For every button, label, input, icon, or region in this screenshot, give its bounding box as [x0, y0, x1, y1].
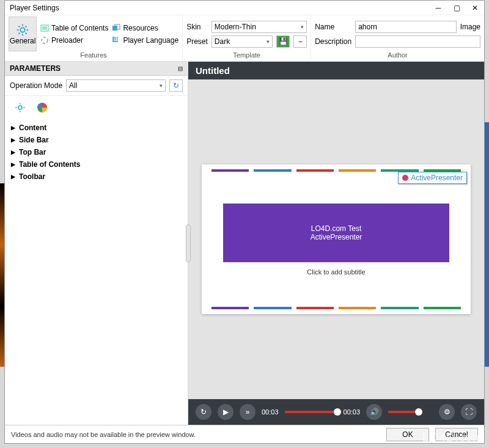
footer-message: Videos and audio may not be available in… [11, 431, 380, 438]
disk-icon: 💾 [279, 37, 288, 46]
spinner-icon [40, 36, 49, 45]
parameters-header: PARAMETERS ⊟ [5, 62, 188, 76]
minus-icon: − [298, 37, 303, 46]
triangle-right-icon: ▶ [11, 125, 15, 131]
close-button[interactable]: ✕ [471, 4, 479, 12]
name-label: Name [315, 23, 351, 31]
skin-select[interactable]: Modern-Thin▾ [211, 21, 307, 33]
name-input[interactable] [355, 21, 456, 33]
preset-select[interactable]: Dark▾ [211, 35, 273, 48]
resources-icon [112, 24, 120, 32]
svg-point-18 [18, 106, 22, 109]
triangle-right-icon: ▶ [11, 137, 15, 143]
list-icon [40, 24, 49, 32]
tree-toolbar[interactable]: ▶Toolbar [11, 171, 182, 183]
volume-button[interactable]: 🔊 [366, 404, 382, 420]
activepresenter-badge: ActivePresenter [398, 172, 467, 184]
fullscreen-button[interactable]: ⛶ [461, 404, 477, 420]
svg-line-6 [26, 32, 27, 34]
triangle-right-icon: ▶ [11, 149, 15, 155]
expand-icon: ⛶ [465, 408, 472, 416]
toc-button[interactable]: Table of Contents [40, 24, 108, 32]
remove-preset-button[interactable]: − [293, 35, 307, 48]
chevron-down-icon: ▾ [267, 39, 270, 45]
operation-mode-label: Operation Mode [10, 81, 62, 90]
split-handle[interactable] [186, 224, 191, 262]
svg-point-13 [42, 37, 48, 43]
tree-sidebar[interactable]: ▶Side Bar [11, 134, 182, 146]
template-group-label: Template [186, 51, 307, 60]
cancel-button[interactable]: Cancel [435, 428, 478, 441]
time-total: 00:03 [344, 408, 361, 416]
player-language-button[interactable]: ab Player Language [112, 36, 178, 45]
badge-dot-icon [402, 175, 408, 181]
save-preset-button[interactable]: 💾 [276, 35, 290, 48]
replay-button[interactable]: ↻ [196, 404, 211, 420]
preset-label: Preset [186, 37, 208, 46]
ribbon: General Table of Contents Preloader [5, 15, 484, 62]
chevron-down-icon: ▾ [160, 83, 163, 89]
svg-line-7 [18, 32, 20, 34]
chevron-down-icon: ▾ [301, 24, 304, 30]
image-label: Image [460, 23, 480, 31]
forward-button[interactable]: » [240, 404, 256, 420]
progress-knob[interactable] [334, 408, 341, 416]
description-input[interactable] [355, 35, 480, 48]
slide-title: LO4D.com Test ActivePresenter [223, 204, 449, 262]
tree-toc[interactable]: ▶Table of Contents [11, 158, 182, 171]
volume-slider[interactable] [388, 411, 419, 413]
titlebar: Player Settings ─ ▢ ✕ [5, 1, 484, 15]
settings-gear-icon[interactable] [15, 102, 26, 113]
svg-text:ab: ab [114, 36, 120, 43]
triangle-right-icon: ▶ [11, 174, 15, 180]
tree-topbar[interactable]: ▶Top Bar [11, 146, 182, 158]
color-wheel-icon[interactable] [37, 102, 48, 113]
dialog-footer: Videos and audio may not be available in… [5, 425, 484, 443]
preview-pane: Untitled ActivePresenter LO4D.com Test A… [188, 62, 484, 425]
player-settings-window: Player Settings ─ ▢ ✕ General Table of C… [4, 0, 485, 444]
author-group-label: Author [315, 51, 480, 60]
fast-forward-icon: » [246, 408, 250, 416]
preview-canvas: ActivePresenter LO4D.com Test ActivePres… [188, 79, 484, 399]
svg-line-8 [26, 26, 27, 27]
player-controls: ↻ ▶ » 00:03 00:03 🔊 ⚙ ⛶ [188, 399, 484, 425]
settings-button[interactable]: ⚙ [439, 404, 455, 420]
refresh-icon: ↻ [173, 81, 179, 90]
general-button[interactable]: General [9, 17, 37, 51]
time-current: 00:03 [262, 408, 279, 416]
preloader-button[interactable]: Preloader [40, 36, 108, 45]
speaker-icon: 🔊 [370, 408, 379, 416]
slide-subtitle[interactable]: Click to add subtitle [307, 268, 365, 276]
tree-content[interactable]: ▶Content [11, 122, 182, 134]
play-button[interactable]: ▶ [218, 404, 233, 420]
ok-button[interactable]: OK [386, 428, 429, 441]
parameter-tree: ▶Content ▶Side Bar ▶Top Bar ▶Table of Co… [5, 119, 188, 185]
gear-icon [16, 23, 29, 37]
parameters-pane: PARAMETERS ⊟ Operation Mode All▾ ↻ ▶Cont… [5, 62, 188, 425]
skin-label: Skin [186, 23, 208, 31]
volume-knob[interactable] [415, 408, 422, 416]
maximize-button[interactable]: ▢ [452, 4, 461, 12]
svg-line-5 [18, 26, 20, 27]
resources-button[interactable]: Resources [112, 24, 178, 32]
svg-point-0 [20, 28, 24, 32]
loop-icon: ↻ [200, 408, 207, 416]
minimize-button[interactable]: ─ [434, 4, 443, 12]
play-icon: ▶ [223, 408, 229, 416]
operation-mode-select[interactable]: All▾ [66, 79, 166, 92]
gear-icon: ⚙ [444, 408, 450, 416]
description-label: Description [315, 37, 351, 46]
refresh-button[interactable]: ↻ [169, 79, 183, 92]
preview-title: Untitled [188, 62, 484, 79]
window-title: Player Settings [10, 4, 434, 12]
general-label: General [10, 37, 36, 45]
language-icon: ab [112, 36, 120, 45]
progress-slider[interactable] [285, 411, 337, 413]
features-group-label: Features [9, 51, 178, 60]
slide: ActivePresenter LO4D.com Test ActivePres… [202, 164, 471, 314]
triangle-right-icon: ▶ [11, 161, 15, 167]
pin-icon[interactable]: ⊟ [178, 65, 183, 72]
